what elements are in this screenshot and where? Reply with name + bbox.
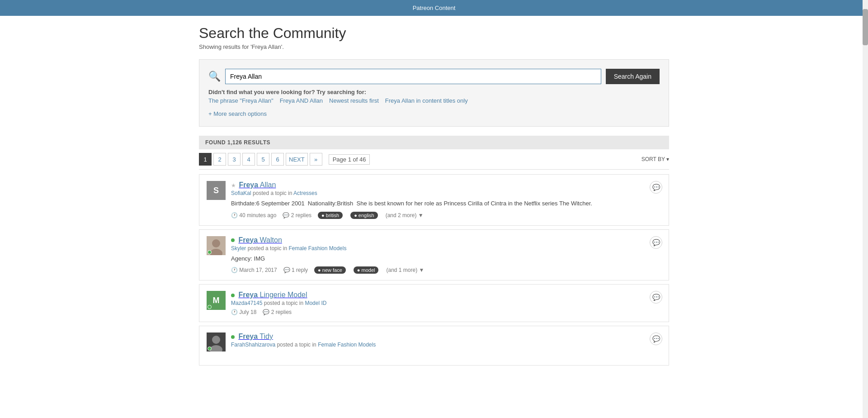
result-meta: Mazda47145 posted a topic in Model ID <box>231 300 661 306</box>
result-item: 💬 Freya Tidy FarahShahizarova p <box>199 326 669 366</box>
reply-icon[interactable]: 💬 <box>650 332 662 345</box>
suggestion-newest[interactable]: Newest results first <box>329 97 379 104</box>
result-meta: FarahShahizarova posted a topic in Femal… <box>231 342 661 348</box>
online-dot <box>231 335 235 339</box>
result-meta: SofiaKal posted a topic in Actresses <box>231 190 661 196</box>
online-indicator <box>208 305 212 309</box>
result-title-link[interactable]: Freya Lingerie Model <box>238 291 307 299</box>
avatar: M <box>207 291 226 310</box>
result-info: Freya Walton Skyler posted a topic in Fe… <box>231 236 661 274</box>
avatar: S <box>207 181 226 200</box>
search-row: 🔍 Search Again <box>208 69 660 84</box>
suggestion-and[interactable]: Freya AND Allan <box>280 97 323 104</box>
title-first: Freya <box>238 291 258 299</box>
result-title-link[interactable]: Freya Tidy <box>238 332 273 340</box>
result-info: Freya Lingerie Model Mazda47145 posted a… <box>231 291 661 315</box>
result-title-link[interactable]: Freya Allan <box>239 181 276 189</box>
page-btn-2[interactable]: 2 <box>213 153 226 166</box>
category-link[interactable]: Female Fashion Models <box>288 245 346 252</box>
title-first: Freya <box>238 236 258 244</box>
avatar <box>207 236 226 255</box>
patreon-bar: Patreon Content <box>0 0 868 16</box>
result-title: Freya Tidy <box>231 332 661 341</box>
page-subtitle: Showing results for 'Freya Allan'. <box>199 43 669 50</box>
result-footer: 🕐 40 minutes ago 💬 2 replies ● british ●… <box>231 212 661 219</box>
reply-icon[interactable]: 💬 <box>650 291 662 304</box>
category-link[interactable]: Female Fashion Models <box>318 342 376 348</box>
search-box-container: 🔍 Search Again Didn't find what you were… <box>199 59 669 127</box>
reply-icon[interactable]: 💬 <box>650 236 662 249</box>
reply-icon[interactable]: 💬 <box>650 181 662 194</box>
result-item: 💬 Freya Walton Skyler posted a <box>199 229 669 281</box>
result-replies: 💬 1 reply <box>283 267 308 273</box>
result-time: 🕐 March 17, 2017 <box>231 267 277 273</box>
result-footer: 🕐 March 17, 2017 💬 1 reply ● new face ● … <box>231 266 661 274</box>
online-dot <box>231 294 235 297</box>
page-of-label[interactable]: Page 1 of 46 <box>329 154 370 165</box>
result-replies: 💬 2 replies <box>263 309 292 315</box>
result-footer: 🕐 July 18 💬 2 replies <box>231 309 661 315</box>
page-btn-1[interactable]: 1 <box>199 153 212 166</box>
suggestion-phrase[interactable]: The phrase "Freya Allan" <box>208 97 274 104</box>
posted-by-link[interactable]: Skyler <box>231 245 246 252</box>
try-text: Try searching for: <box>316 89 366 95</box>
svg-point-4 <box>212 336 220 344</box>
tag-more[interactable]: (and 2 more) ▼ <box>386 212 424 218</box>
scrollbar-thumb[interactable] <box>863 9 868 45</box>
result-item: 💬 M Freya Lingerie Model Mazda47145 post… <box>199 284 669 322</box>
online-indicator <box>208 250 212 254</box>
pagination-bar: 1 2 3 4 5 6 NEXT » Page 1 of 46 SORT BY … <box>199 149 669 170</box>
search-again-button[interactable]: Search Again <box>606 69 660 84</box>
sort-by-btn[interactable]: SORT BY ▾ <box>642 156 669 162</box>
next-btn[interactable]: NEXT <box>286 153 308 166</box>
result-item: 💬 S ★ Freya Allan SofiaKal posted a topi… <box>199 174 669 226</box>
tag-english[interactable]: ● english <box>350 212 378 219</box>
posted-by-link[interactable]: Mazda47145 <box>231 300 262 306</box>
star-icon: ★ <box>231 182 236 189</box>
title-second: Walton <box>260 236 282 244</box>
result-header: M Freya Lingerie Model Mazda47145 posted… <box>207 291 661 315</box>
result-title: ★ Freya Allan <box>231 181 661 189</box>
scrollbar[interactable] <box>863 0 868 378</box>
more-search-options[interactable]: + More search options <box>208 110 660 117</box>
posted-by-link[interactable]: SofiaKal <box>231 190 251 196</box>
result-title: Freya Lingerie Model <box>231 291 661 299</box>
search-input[interactable] <box>225 69 601 84</box>
posted-by-link[interactable]: FarahShahizarova <box>231 342 275 348</box>
result-header: S ★ Freya Allan SofiaKal posted a topic … <box>207 181 661 219</box>
suggestion-titles-only[interactable]: Freya Allan in content titles only <box>385 97 468 104</box>
result-info: Freya Tidy FarahShahizarova posted a top… <box>231 332 661 351</box>
suggestion-links: The phrase "Freya Allan" Freya AND Allan… <box>208 97 660 104</box>
results-found-header: FOUND 1,126 RESULTS <box>199 136 669 149</box>
svg-point-1 <box>212 239 220 247</box>
online-indicator <box>208 347 212 351</box>
result-title: Freya Walton <box>231 236 661 244</box>
result-title-link[interactable]: Freya Walton <box>238 236 282 244</box>
page-btn-4[interactable]: 4 <box>242 153 255 166</box>
result-replies: 💬 2 replies <box>283 212 311 218</box>
tag-british[interactable]: ● british <box>318 212 343 219</box>
result-time: 🕐 40 minutes ago <box>231 212 276 218</box>
title-first: Freya <box>238 332 258 340</box>
online-dot <box>231 238 235 242</box>
result-excerpt: Agency: IMG <box>231 254 661 263</box>
result-header: Freya Tidy FarahShahizarova posted a top… <box>207 332 661 352</box>
page-btn-6[interactable]: 6 <box>271 153 284 166</box>
tag-new-face[interactable]: ● new face <box>314 266 346 274</box>
result-info: ★ Freya Allan SofiaKal posted a topic in… <box>231 181 661 219</box>
tag-more[interactable]: (and 1 more) ▼ <box>386 267 424 273</box>
page-btn-5[interactable]: 5 <box>257 153 269 166</box>
title-second: Allan <box>260 181 276 189</box>
title-second: Lingerie Model <box>260 291 307 299</box>
category-link[interactable]: Actresses <box>293 190 317 196</box>
page-btn-3[interactable]: 3 <box>228 153 241 166</box>
result-time: 🕐 July 18 <box>231 309 256 315</box>
result-header: Freya Walton Skyler posted a topic in Fe… <box>207 236 661 274</box>
category-link[interactable]: Model ID <box>305 300 326 306</box>
title-first: Freya <box>239 181 258 189</box>
double-next-btn[interactable]: » <box>310 153 322 166</box>
search-suggestions: Didn't find what you were looking for? T… <box>208 89 660 104</box>
patreon-bar-label: Patreon Content <box>413 5 456 11</box>
tag-model[interactable]: ● model <box>354 266 379 274</box>
avatar <box>207 332 226 352</box>
